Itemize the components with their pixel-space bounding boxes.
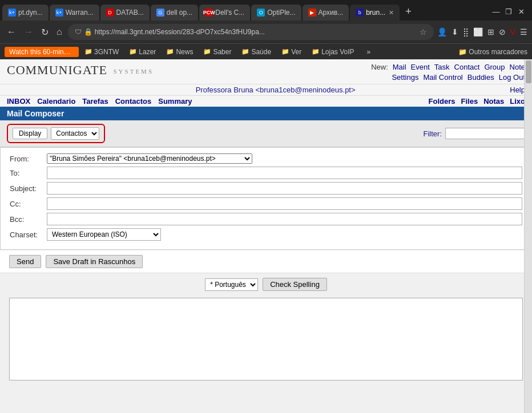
filter-input[interactable] xyxy=(445,128,525,139)
subject-input[interactable] xyxy=(47,182,522,195)
tab-favicon-6: O xyxy=(257,9,265,17)
address-bar: ← → ↻ ⌂ 🛡 🔒 https://mail.3gnt.net/Sessio… xyxy=(0,21,532,43)
tab-label-1: pt.dyn... xyxy=(18,9,43,17)
to-label: To: xyxy=(10,169,47,177)
screenshot-icon[interactable]: ⬜ xyxy=(473,27,483,37)
nav-links: INBOX Calendario Tarefas Contactos Summa… xyxy=(0,95,532,107)
new-contact-link[interactable]: Contact xyxy=(454,63,480,71)
contactos-link[interactable]: Contactos xyxy=(115,97,152,106)
tab-arxiv[interactable]: ▶ Архив... xyxy=(303,5,349,21)
inbox-link[interactable]: INBOX xyxy=(7,97,30,106)
cg-new-links-row: New: Mail Event Task Contact Group Note xyxy=(371,63,525,71)
tab-favicon-4: G xyxy=(156,9,164,17)
grid-icon[interactable]: ⊞ xyxy=(487,27,494,37)
new-group-link[interactable]: Group xyxy=(484,63,505,71)
window-controls: — ❐ ✕ xyxy=(487,7,530,15)
tab-warran[interactable]: k+ Warran... xyxy=(50,5,99,21)
bookmark-watch[interactable]: Watch this 60-minute ... xyxy=(5,47,79,57)
bookmarks-more-button[interactable]: » xyxy=(362,47,376,57)
profile-icon[interactable]: 👤 xyxy=(437,27,447,37)
cg-top-links: New: Mail Event Task Contact Group Note … xyxy=(371,63,525,82)
language-select[interactable]: * Português English Español xyxy=(205,278,258,291)
restore-button[interactable]: ❐ xyxy=(505,7,513,15)
filter-area: Filter: xyxy=(424,128,526,139)
new-note-link[interactable]: Note xyxy=(510,63,525,71)
help-link[interactable]: Help xyxy=(510,86,525,94)
home-button[interactable]: ⌂ xyxy=(54,26,65,38)
new-event-link[interactable]: Event xyxy=(411,63,430,71)
url-bar[interactable]: 🛡 🔒 https://mail.3gnt.net/Session/283-dP… xyxy=(68,24,434,40)
bookmark-news[interactable]: 📁 News xyxy=(162,47,198,57)
close-button[interactable]: ✕ xyxy=(517,7,525,15)
tab-dells[interactable]: PCW Dell's C... xyxy=(199,5,250,21)
shield-icon: 🛡 xyxy=(75,28,82,36)
scrollbar-thumb[interactable] xyxy=(526,60,531,83)
cg-settings-links-row: Settings Mail Control Buddies Log Out xyxy=(392,73,525,82)
buddies-link[interactable]: Buddies xyxy=(467,73,494,82)
new-tab-button[interactable]: + xyxy=(401,5,416,19)
forward-button[interactable]: → xyxy=(22,26,35,38)
bcc-input[interactable] xyxy=(47,213,522,225)
bookmarks-bar: Watch this 60-minute ... 📁 3GNTW 📁 Lazer… xyxy=(0,43,532,59)
tab-optiple[interactable]: O OptiPle... xyxy=(251,5,301,21)
composer-title-bar: Mail Composer xyxy=(0,107,532,120)
mail-body-textarea[interactable] xyxy=(10,298,522,378)
lock-icon: 🔒 xyxy=(84,28,92,36)
calendario-link[interactable]: Calendario xyxy=(37,97,75,106)
tab-brun[interactable]: b brun... ✕ xyxy=(350,5,400,21)
from-select[interactable]: "Bruna Simões Pereira" <bruna1ceb@menino… xyxy=(47,153,252,164)
files-link[interactable]: Files xyxy=(461,97,478,106)
tab-label-2: Warran... xyxy=(66,9,94,17)
check-spelling-button[interactable]: Check Spelling xyxy=(263,278,327,291)
mail-control-link[interactable]: Mail Control xyxy=(423,73,462,82)
bookmark-lojas[interactable]: 📁 Lojas VoIP xyxy=(307,47,358,57)
subject-label: Subject: xyxy=(10,184,47,193)
block-icon[interactable]: ⊘ xyxy=(499,27,506,37)
bookmark-saber[interactable]: 📁 Saber xyxy=(199,47,236,57)
from-row: From: "Bruna Simões Pereira" <bruna1ceb@… xyxy=(10,153,522,164)
mail-form-area: From: "Bruna Simões Pereira" <bruna1ceb@… xyxy=(0,147,532,250)
bookmark-lazer[interactable]: 📁 Lazer xyxy=(124,47,160,57)
tab-dell-op[interactable]: G dell op... xyxy=(151,5,198,21)
bookmark-saude[interactable]: 📁 Saúde xyxy=(237,47,276,57)
save-draft-button[interactable]: Save Draft in Rascunhos xyxy=(46,255,143,268)
extensions-icon[interactable]: ⣿ xyxy=(463,27,469,37)
bookmark-ver[interactable]: 📁 Ver xyxy=(277,47,306,57)
bookmark-star-icon[interactable]: ☆ xyxy=(420,27,427,37)
charset-select[interactable]: Western European (ISO) UTF-8 US-ASCII xyxy=(47,228,161,241)
logo-sub-text: SYSTEMS xyxy=(114,68,154,75)
new-task-link[interactable]: Task xyxy=(434,63,450,71)
tab-pt-dyn[interactable]: k+ pt.dyn... xyxy=(2,5,49,21)
subject-row: Subject: xyxy=(10,182,522,195)
notas-link[interactable]: Notas xyxy=(483,97,504,106)
folders-link[interactable]: Folders xyxy=(429,97,456,106)
display-filter-bar: Display Contactos All Recent Filter: xyxy=(0,120,532,147)
logout-link[interactable]: Log Out xyxy=(499,73,525,82)
send-button[interactable]: Send xyxy=(9,255,41,268)
bookmark-3gntw[interactable]: 📁 3GNTW xyxy=(80,47,123,57)
folder-icon-ver: 📁 xyxy=(281,48,289,55)
download-icon[interactable]: ⬇ xyxy=(452,27,458,37)
bookmarks-other[interactable]: 📁 Outros marcadores xyxy=(458,48,527,56)
display-button[interactable]: Display xyxy=(13,128,47,139)
tab-favicon-7: ▶ xyxy=(308,9,316,17)
lixo-link[interactable]: Lixo xyxy=(510,97,525,106)
url-text: https://mail.3gnt.net/Session/283-dPO7xc… xyxy=(95,28,417,36)
vivaldi-icon[interactable]: V xyxy=(510,27,515,37)
user-bar: Professora Bruna <bruna1ceb@meninodeus.p… xyxy=(0,84,532,95)
menu-icon[interactable]: ☰ xyxy=(520,27,527,37)
tarefas-link[interactable]: Tarefas xyxy=(82,97,108,106)
bcc-row: Bcc: xyxy=(10,213,522,225)
summary-link[interactable]: Summary xyxy=(158,97,192,106)
new-mail-link[interactable]: Mail xyxy=(393,63,406,71)
reload-button[interactable]: ↻ xyxy=(39,26,51,39)
minimize-button[interactable]: — xyxy=(492,7,500,15)
cc-input[interactable] xyxy=(47,197,522,210)
tab-close-icon[interactable]: ✕ xyxy=(389,9,394,17)
scrollbar[interactable] xyxy=(524,59,532,413)
display-select[interactable]: Contactos All Recent xyxy=(51,127,99,140)
tab-datab[interactable]: D DATAB... xyxy=(100,5,150,21)
back-button[interactable]: ← xyxy=(5,26,18,38)
to-input[interactable] xyxy=(47,167,522,179)
settings-link[interactable]: Settings xyxy=(392,73,418,82)
